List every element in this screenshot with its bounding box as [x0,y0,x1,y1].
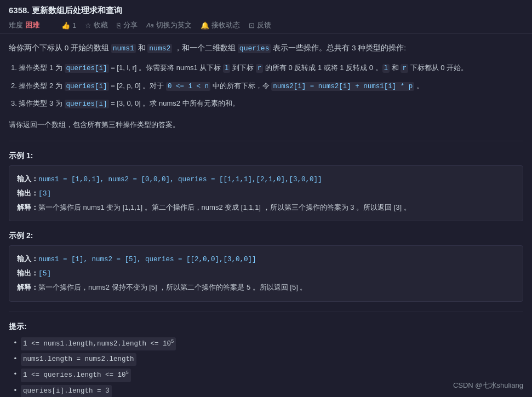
like-button[interactable]: 👍 1 [61,21,76,30]
share-icon: ⎘ [117,21,121,30]
example-2-input: 输入：nums1 = [1], nums2 = [5], queries = [… [17,252,515,267]
star-icon: ☆ [85,21,91,30]
problem-title: 6358. 更新数组后处理求和查询 [9,5,523,16]
problem-intro: 给你两个下标从 0 开始的数组 nums1 和 nums2 ，和一个二维数组 q… [9,42,523,55]
hint-1: 1 <= nums1.length,nums2.length <= 105 [13,337,523,350]
notify-label: 接收动态 [211,20,240,30]
feedback-label: 反馈 [257,20,271,30]
like-count: 1 [72,21,76,30]
example-1: 示例 1: 输入：nums1 = [1,0,1], nums2 = [0,0,0… [9,151,523,221]
example-1-output: 输出：[3] [17,187,515,201]
hint-code-2: nums1.length = nums2.length [21,353,136,366]
toolbar: 难度 困难 👍 1 ☆ 收藏 ⎘ 分享 Aa 切换为英文 🔔 接收 [9,20,523,30]
explain-label-1: 解释： [17,203,38,211]
example-2: 示例 2: 输入：nums1 = [1], nums2 = [5], queri… [9,231,523,301]
hint-code-4: queries[i].length = 3 [21,385,112,397]
output-label-2: 输出： [17,269,38,277]
difficulty-item: 难度 困难 [9,20,39,30]
difficulty-label: 难度 [9,20,23,30]
explain-val-2: 第一个操作后，nums2 保持不变为 [5] ，所以第二个操作的答案是 5 。所… [38,283,307,291]
step-3: 3. 操作类型 3 为 queries[i] = [3, 0, 0] 。求 nu… [9,97,523,111]
code-nums1: nums1 [111,44,136,53]
feedback-icon: ⊡ [249,21,255,30]
steps-list: 1. 操作类型 1 为 queries[i] = [1, l, r] 。你需要将… [9,61,523,111]
input-val-1: nums1 = [1,0,1], nums2 = [0,0,0], querie… [38,176,322,183]
hint-code-3: 1 <= queries.length <= 105 [21,369,131,382]
step-2: 2. 操作类型 2 为 queries[i] = [2, p, 0] 。对于 0… [9,79,523,93]
example-1-explain: 解释：第一个操作后 nums1 变为 [1,1,1] 。第二个操作后，nums2… [17,201,515,215]
example-2-title: 示例 2: [9,231,523,241]
example-2-output: 输出：[5] [17,267,515,281]
content-area: 给你两个下标从 0 开始的数组 nums1 和 nums2 ，和一个二维数组 q… [0,34,532,397]
hint-4: queries[i].length = 3 [13,385,523,397]
translate-button[interactable]: Aa 切换为英文 [146,20,191,30]
input-val-2: nums1 = [1], nums2 = [5], queries = [[2,… [38,256,256,263]
code-nums2: nums2 [147,44,172,53]
share-button[interactable]: ⎘ 分享 [117,20,138,30]
hints-title: 提示: [9,322,523,332]
code-queries: queries [238,44,271,53]
example-1-title: 示例 1: [9,151,523,161]
divider-1 [9,141,523,141]
hints-section: 提示: 1 <= nums1.length,nums2.length <= 10… [9,322,523,397]
step-1: 1. 操作类型 1 为 queries[i] = [1, l, r] 。你需要将… [9,61,523,75]
example-1-box: 输入：nums1 = [1,0,1], nums2 = [0,0,0], que… [9,165,523,221]
translate-label: 切换为英文 [156,20,192,30]
hint-2: nums1.length = nums2.length [13,353,523,366]
output-val-1: [3] [38,189,51,198]
hint-code-1: 1 <= nums1.length,nums2.length <= 105 [21,337,176,350]
example-2-explain: 解释：第一个操作后，nums2 保持不变为 [5] ，所以第二个操作的答案是 5… [17,281,515,295]
page-wrapper: 6358. 更新数组后处理求和查询 难度 困难 👍 1 ☆ 收藏 ⎘ 分享 Aa… [0,0,532,397]
input-label-1: 输入： [17,175,38,183]
collect-label: 收藏 [94,20,108,30]
explain-label-2: 解释： [17,283,38,291]
feedback-button[interactable]: ⊡ 反馈 [249,20,271,30]
collect-button[interactable]: ☆ 收藏 [85,20,108,30]
output-val-2: [5] [38,269,51,278]
difficulty-value: 困难 [25,20,39,30]
header-section: 6358. 更新数组后处理求和查询 难度 困难 👍 1 ☆ 收藏 ⎘ 分享 Aa… [0,0,532,34]
input-label-2: 输入： [17,255,38,263]
bell-icon: 🔔 [201,21,209,30]
divider-2 [9,312,523,312]
footer-brand: CSDN @七水shuliang [453,381,523,390]
hints-list: 1 <= nums1.length,nums2.length <= 105 nu… [13,337,523,397]
output-label-1: 输出： [17,189,38,197]
example-2-box: 输入：nums1 = [1], nums2 = [5], queries = [… [9,245,523,301]
translate-icon: Aa [146,22,153,28]
like-icon: 👍 [61,21,70,30]
return-desc: 请你返回一个数组，包含所有第三种操作类型的答案。 [9,118,523,131]
explain-val-1: 第一个操作后 nums1 变为 [1,1,1] 。第二个操作后，nums2 变成… [38,203,411,211]
example-1-input: 输入：nums1 = [1,0,1], nums2 = [0,0,0], que… [17,172,515,187]
notify-button[interactable]: 🔔 接收动态 [201,20,240,30]
hint-3: 1 <= queries.length <= 105 [13,369,523,382]
share-label: 分享 [123,20,138,30]
